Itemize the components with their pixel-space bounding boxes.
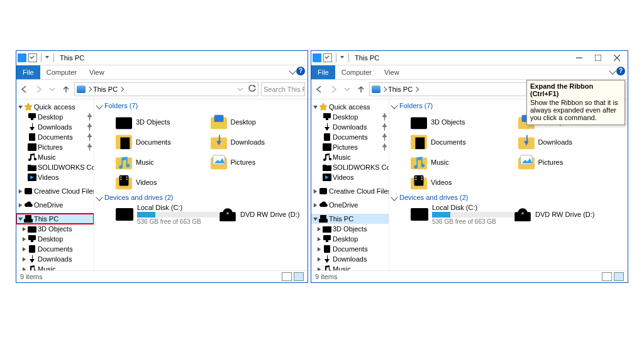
tab-file[interactable]: File xyxy=(16,65,40,79)
address-dropdown-icon[interactable] xyxy=(235,84,246,95)
ribbon-expand-icon[interactable] xyxy=(289,67,296,74)
expand-icon[interactable] xyxy=(18,216,23,221)
folder-item-downloads[interactable]: Downloads xyxy=(211,132,306,152)
help-icon[interactable]: ? xyxy=(296,67,305,75)
nav-up-button[interactable] xyxy=(60,84,72,95)
expand-icon[interactable] xyxy=(18,104,23,109)
nav-pc-3d objects[interactable]: 3D Objects xyxy=(16,224,94,234)
breadcrumb-chevron-icon[interactable] xyxy=(119,87,124,92)
breadcrumb-this-pc[interactable]: This PC xyxy=(93,86,118,93)
title-bar[interactable]: This PC xyxy=(16,51,308,65)
nav-quick-downloads[interactable]: Downloads xyxy=(311,122,389,132)
expand-icon[interactable] xyxy=(316,246,321,251)
drive-dvd-d[interactable]: DVD RW Drive (D:) xyxy=(514,204,625,225)
expand-icon[interactable] xyxy=(316,165,321,170)
nav-up-button[interactable] xyxy=(355,84,367,95)
title-bar[interactable]: This PC xyxy=(311,51,628,65)
collapse-icon[interactable] xyxy=(391,194,397,201)
expand-icon[interactable] xyxy=(313,202,318,207)
nav-back-button[interactable] xyxy=(19,84,30,95)
collapse-icon[interactable] xyxy=(96,102,103,109)
expand-icon[interactable] xyxy=(21,165,26,170)
folder-item-videos[interactable]: Videos xyxy=(116,172,211,192)
expand-icon[interactable] xyxy=(316,135,321,140)
expand-icon[interactable] xyxy=(21,124,26,130)
nav-creative-cloud[interactable]: Creative Cloud Files xyxy=(311,186,389,196)
folder-item-pictures[interactable]: Pictures xyxy=(518,152,626,172)
nav-pc-desktop[interactable]: Desktop xyxy=(311,234,389,244)
expand-icon[interactable] xyxy=(316,226,321,231)
expand-icon[interactable] xyxy=(316,175,321,180)
drive-local-c[interactable]: Local Disk (C:) 536 GB free of 663 GB xyxy=(116,204,219,225)
ribbon-expand-icon[interactable] xyxy=(609,67,616,74)
nav-quick-documents[interactable]: Documents xyxy=(311,132,389,142)
expand-icon[interactable] xyxy=(316,124,321,130)
view-tiles-button[interactable] xyxy=(294,272,304,281)
nav-this-pc[interactable]: This PC xyxy=(16,214,94,224)
collapse-icon[interactable] xyxy=(96,194,103,201)
search-input[interactable]: Search This PC xyxy=(261,82,305,96)
folder-item-downloads[interactable]: Downloads xyxy=(518,132,626,152)
help-icon[interactable]: ? xyxy=(616,67,625,75)
qat-properties-icon[interactable] xyxy=(28,53,37,62)
nav-quick-videos[interactable]: Videos xyxy=(311,172,389,182)
expand-icon[interactable] xyxy=(313,104,318,109)
nav-pc-documents[interactable]: Documents xyxy=(311,244,389,254)
nav-quick-access[interactable]: Quick access xyxy=(311,102,389,112)
nav-back-button[interactable] xyxy=(314,84,325,95)
nav-quick-pictures[interactable]: Pictures xyxy=(311,142,389,152)
nav-quick-desktop[interactable]: Desktop xyxy=(16,112,94,122)
group-drives-header[interactable]: Devices and drives (2) xyxy=(97,194,305,201)
nav-quick-music[interactable]: Music xyxy=(311,152,389,162)
drive-local-c[interactable]: Local Disk (C:) 536 GB free of 663 GB xyxy=(411,204,514,225)
window-minimize-button[interactable] xyxy=(570,51,589,65)
expand-icon[interactable] xyxy=(316,155,321,160)
breadcrumb-this-pc[interactable]: This PC xyxy=(388,86,413,93)
expand-icon[interactable] xyxy=(21,236,26,241)
nav-quick-downloads[interactable]: Downloads xyxy=(16,122,94,132)
address-bar[interactable]: This PC xyxy=(74,82,258,96)
nav-quick-pictures[interactable]: Pictures xyxy=(16,142,94,152)
expand-icon[interactable] xyxy=(313,189,318,194)
nav-pc-music[interactable]: Music xyxy=(311,264,389,270)
expand-icon[interactable] xyxy=(316,114,321,119)
tab-view[interactable]: View xyxy=(378,65,406,79)
expand-icon[interactable] xyxy=(18,189,23,194)
nav-pc-3d objects[interactable]: 3D Objects xyxy=(311,224,389,234)
refresh-button[interactable] xyxy=(248,85,256,94)
expand-icon[interactable] xyxy=(316,257,321,262)
expand-icon[interactable] xyxy=(18,202,23,207)
view-details-button[interactable] xyxy=(602,272,612,281)
group-drives-header[interactable]: Devices and drives (2) xyxy=(392,194,625,201)
tab-view[interactable]: View xyxy=(83,65,111,79)
nav-pc-downloads[interactable]: Downloads xyxy=(16,254,94,264)
group-folders-header[interactable]: Folders (7) xyxy=(97,102,305,109)
expand-icon[interactable] xyxy=(313,216,318,221)
expand-icon[interactable] xyxy=(21,246,26,251)
expand-icon[interactable] xyxy=(21,226,26,231)
collapse-icon[interactable] xyxy=(391,102,397,109)
folder-item-pictures[interactable]: Pictures xyxy=(211,152,306,172)
nav-creative-cloud[interactable]: Creative Cloud Files xyxy=(16,186,94,196)
nav-pc-documents[interactable]: Documents xyxy=(16,244,94,254)
drive-dvd-d[interactable]: DVD RW Drive (D:) xyxy=(219,204,305,225)
nav-pc-desktop[interactable]: Desktop xyxy=(16,234,94,244)
nav-this-pc[interactable]: This PC xyxy=(311,214,389,224)
breadcrumb-chevron-icon[interactable] xyxy=(414,87,419,92)
folder-item-3d objects[interactable]: 3D Objects xyxy=(411,112,518,132)
nav-onedrive[interactable]: OneDrive xyxy=(311,200,389,210)
window-maximize-button[interactable] xyxy=(589,51,608,65)
expand-icon[interactable] xyxy=(21,155,26,160)
breadcrumb-chevron-icon[interactable] xyxy=(382,87,387,92)
qat-customize-icon[interactable] xyxy=(340,56,345,60)
expand-icon[interactable] xyxy=(316,145,321,150)
folder-item-3d objects[interactable]: 3D Objects xyxy=(116,112,211,132)
expand-icon[interactable] xyxy=(21,257,26,262)
nav-history-dropdown[interactable] xyxy=(341,84,353,95)
expand-icon[interactable] xyxy=(21,145,26,150)
folder-item-desktop[interactable]: Desktop xyxy=(211,112,306,132)
nav-quick-access[interactable]: Quick access xyxy=(16,102,94,112)
expand-icon[interactable] xyxy=(21,135,26,140)
folder-item-music[interactable]: Music xyxy=(411,152,518,172)
nav-quick-solidworks co[interactable]: SOLIDWORKS Co xyxy=(16,162,94,172)
